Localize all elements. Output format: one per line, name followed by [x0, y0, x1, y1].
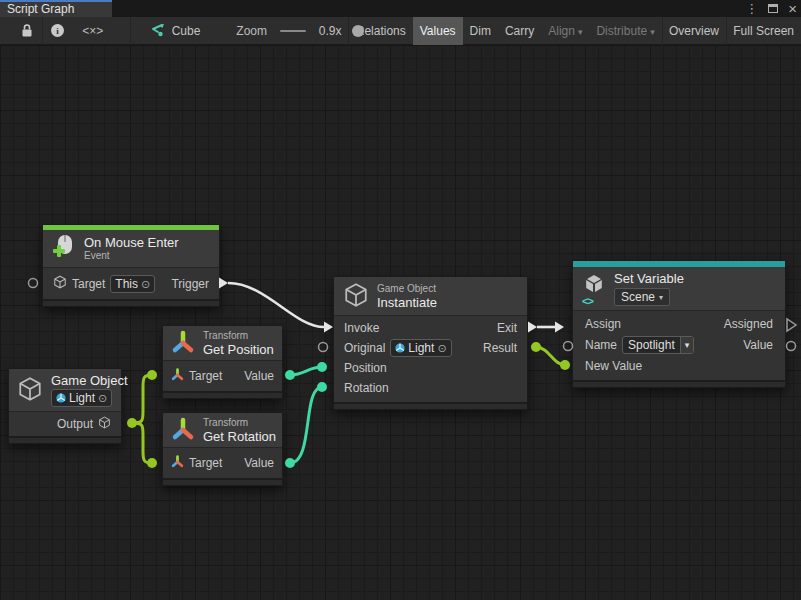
- graph-toolbar: i <×> Cube Zoom 0.9x Relations Values Di…: [0, 17, 801, 45]
- light-object-field[interactable]: Light ⊙: [51, 389, 112, 407]
- port-label-assigned: Assigned: [724, 317, 773, 331]
- wire-light-getrotation: [132, 423, 152, 463]
- values-button[interactable]: Values: [413, 17, 463, 45]
- port-getposition-target[interactable]: [147, 370, 157, 380]
- variable-brackets-icon: <>: [582, 295, 593, 307]
- port-label-assign: Assign: [585, 317, 621, 331]
- port-label-result: Result: [483, 341, 517, 355]
- node-category: Transform: [203, 417, 276, 429]
- port-trigger-output[interactable]: [219, 278, 228, 289]
- port-getposition-value[interactable]: [285, 370, 295, 380]
- port-label-position: Position: [344, 361, 387, 375]
- mouse-event-icon: [52, 234, 76, 263]
- zoom-value: 0.9x: [312, 17, 349, 45]
- original-value-field[interactable]: Light ⊙: [390, 339, 451, 357]
- object-picker-icon[interactable]: ⊙: [437, 341, 446, 355]
- port-label-exit: Exit: [497, 321, 517, 335]
- port-getrotation-target[interactable]: [147, 458, 157, 468]
- node-get-position[interactable]: Transform Get Position Target Value: [162, 325, 283, 399]
- info-icon[interactable]: i: [50, 17, 65, 45]
- port-label-target: Target: [189, 369, 222, 383]
- wire-result-newvalue: [536, 347, 565, 365]
- zoom-slider[interactable]: [280, 30, 306, 32]
- node-instantiate[interactable]: Game Object Instantiate Invoke Exit Orig…: [333, 276, 528, 410]
- port-mouse-target-input[interactable]: [29, 279, 38, 288]
- close-icon[interactable]: ×: [788, 0, 797, 17]
- zoom-slider-handle[interactable]: [352, 25, 364, 37]
- chevron-down-icon: ▾: [659, 293, 663, 302]
- port-result-output[interactable]: [531, 342, 541, 352]
- node-title: Game Object: [51, 373, 128, 388]
- distribute-dropdown[interactable]: Distribute▾: [589, 17, 661, 45]
- node-title: Get Rotation: [203, 429, 276, 444]
- graph-canvas[interactable]: On Mouse Enter Event Target This ⊙ Trigg…: [0, 45, 801, 600]
- script-graph-window: Script Graph ⋮ × i <×> Cube Zoom 0.9x Re…: [0, 0, 801, 600]
- port-label-target: Target: [72, 277, 105, 291]
- port-label-value: Value: [244, 369, 274, 383]
- unity-object-icon: [56, 393, 66, 403]
- align-dropdown[interactable]: Align▾: [541, 17, 589, 45]
- port-rotation-input[interactable]: [317, 382, 327, 392]
- node-title: Instantiate: [377, 295, 437, 310]
- transform-icon-small: [171, 368, 184, 384]
- unity-object-icon: [395, 343, 405, 353]
- node-footer: [163, 478, 282, 485]
- node-light-object[interactable]: Game Object Light ⊙ Output: [8, 368, 122, 444]
- target-value-field[interactable]: This ⊙: [110, 275, 155, 293]
- game-object-icon: [17, 376, 43, 405]
- code-view-toggle[interactable]: <×>: [75, 17, 110, 45]
- node-title: On Mouse Enter: [84, 235, 179, 250]
- port-position-input[interactable]: [317, 362, 327, 372]
- graph-name[interactable]: Cube: [165, 17, 208, 45]
- node-footer: [334, 402, 527, 409]
- chevron-down-icon: ▾: [650, 27, 655, 37]
- variable-scope-dropdown[interactable]: Scene ▾: [614, 288, 670, 306]
- node-title: Get Position: [203, 342, 274, 357]
- port-exit-output[interactable]: [528, 322, 537, 333]
- node-footer: [9, 436, 121, 443]
- unity-variable-icon: <>: [582, 274, 606, 304]
- port-label-target: Target: [189, 456, 222, 470]
- port-assigned-output[interactable]: [787, 319, 796, 331]
- carry-button[interactable]: Carry: [498, 17, 541, 45]
- maximize-icon[interactable]: [768, 4, 778, 13]
- zoom-label: Zoom: [229, 17, 274, 45]
- window-menu-icon[interactable]: ⋮: [745, 0, 758, 17]
- transform-icon: [171, 416, 195, 445]
- node-on-mouse-enter[interactable]: On Mouse Enter Event Target This ⊙ Trigg…: [42, 224, 220, 307]
- wire-trigger-invoke: [228, 283, 324, 327]
- tab-label: Script Graph: [7, 2, 74, 16]
- port-label-new-value: New Value: [585, 359, 642, 373]
- variable-name-dropdown[interactable]: Spotlight ▾: [622, 336, 694, 354]
- dim-button[interactable]: Dim: [463, 17, 498, 45]
- node-footer: [573, 380, 785, 387]
- port-assign-input[interactable]: [555, 322, 564, 333]
- port-label-value: Value: [244, 456, 274, 470]
- tab-script-graph[interactable]: Script Graph: [0, 0, 112, 17]
- port-light-output[interactable]: [127, 418, 137, 428]
- port-label-name: Name: [585, 338, 617, 352]
- port-newvalue-input[interactable]: [560, 360, 570, 370]
- port-original-input[interactable]: [319, 343, 328, 352]
- node-title: Set Variable: [614, 271, 684, 286]
- port-getrotation-value[interactable]: [285, 458, 295, 468]
- wire-light-getposition: [132, 375, 152, 423]
- lock-icon[interactable]: [20, 17, 34, 45]
- object-picker-icon[interactable]: ⊙: [98, 391, 107, 405]
- node-category: Game Object: [377, 283, 437, 295]
- node-subtitle: Event: [84, 250, 179, 262]
- wire-rotation: [290, 387, 322, 463]
- node-get-rotation[interactable]: Transform Get Rotation Target Value: [162, 412, 283, 486]
- port-invoke-input[interactable]: [324, 322, 333, 333]
- object-picker-icon[interactable]: ⊙: [141, 277, 150, 291]
- port-label-output: Output: [57, 417, 93, 431]
- chevron-down-icon: ▾: [578, 27, 583, 37]
- port-label-trigger: Trigger: [171, 277, 209, 291]
- node-category: Transform: [203, 330, 274, 342]
- node-set-variable[interactable]: <> Set Variable Scene ▾ Assign Assigned …: [572, 260, 786, 388]
- overview-button[interactable]: Overview: [662, 17, 726, 45]
- script-graph-asset-icon: [149, 17, 165, 45]
- titlebar: Script Graph ⋮ ×: [0, 0, 801, 17]
- port-value-output[interactable]: [787, 342, 796, 351]
- fullscreen-button[interactable]: Full Screen: [726, 17, 801, 45]
